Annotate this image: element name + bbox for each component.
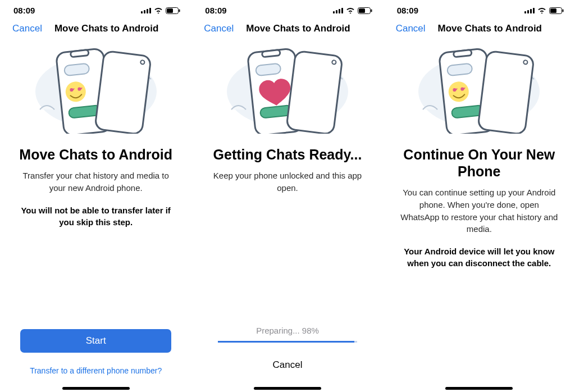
progress-label: Preparing... 98% [214,326,360,335]
svg-rect-31 [524,11,526,13]
cellular-icon [524,7,535,13]
svg-rect-34 [533,8,535,13]
svg-rect-19 [339,9,340,13]
svg-rect-17 [333,11,335,13]
phones-illustration [384,47,575,134]
nav-bar: Cancel Move Chats to Android [191,17,383,35]
cellular-icon [333,7,343,13]
bottom-actions: Start Transfer to a different phone numb… [0,329,191,392]
phones-illustration [191,47,383,134]
headline-block: Move Chats to Android Transfer your chat… [0,146,191,228]
cancel-button[interactable]: Cancel [273,359,303,371]
svg-rect-6 [179,9,180,12]
status-time: 08:09 [397,6,418,15]
page-subtitle: Transfer your chat history and media to … [16,170,176,194]
svg-rect-1 [144,10,145,13]
page-title: Continue On Your New Phone [399,146,559,180]
screen-move-chats: 08:09 Cancel Move Chats to Android [0,0,191,392]
svg-rect-33 [530,9,532,13]
svg-rect-32 [527,10,529,13]
different-number-link[interactable]: Transfer to a different phone number? [20,366,171,375]
phones-illustration [0,47,191,134]
start-button[interactable]: Start [20,329,171,353]
svg-rect-36 [550,8,556,13]
page-title: Move Chats to Android [16,146,176,163]
status-bar: 08:09 [384,0,575,17]
cancel-link-top[interactable]: Cancel [204,23,234,34]
battery-icon [358,7,372,14]
svg-rect-22 [359,8,365,13]
home-indicator [254,387,321,390]
nav-bar: Cancel Move Chats to Android [384,17,575,35]
home-indicator [62,387,130,390]
status-time: 08:09 [13,6,35,15]
svg-rect-23 [371,9,372,12]
status-right [333,7,372,14]
headline-block: Getting Chats Ready... Keep your phone u… [191,146,383,194]
wifi-icon [537,7,546,13]
svg-rect-0 [141,11,143,13]
cancel-link-top[interactable]: Cancel [12,23,42,34]
nav-title: Move Chats to Android [438,23,542,34]
svg-rect-10 [64,63,90,76]
svg-rect-15 [94,51,150,134]
svg-rect-37 [562,9,563,12]
battery-icon [166,7,180,14]
page-subtitle: Keep your phone unlocked and this app op… [207,170,367,194]
cancel-link-top[interactable]: Cancel [396,23,426,34]
progress-bar [218,341,357,343]
nav-title: Move Chats to Android [54,23,158,34]
screen-continue: 08:09 Cancel Move Chats to Android [384,0,575,392]
svg-rect-26 [262,50,280,57]
battery-icon [549,7,564,14]
info-bold: Your Android device will let you know wh… [399,245,559,269]
screen-getting-ready: 08:09 Cancel Move Chats to Android [191,0,383,392]
svg-rect-18 [336,10,337,13]
svg-rect-29 [286,51,343,134]
page-subtitle: You can continue setting up your Android… [399,186,559,235]
progress-section: Preparing... 98% Cancel [191,326,383,377]
status-right [141,7,180,14]
status-right [524,7,564,14]
nav-title: Move Chats to Android [246,23,350,34]
home-indicator [445,387,513,390]
nav-bar: Cancel Move Chats to Android [0,17,191,35]
wifi-icon [346,7,355,13]
svg-rect-5 [167,8,173,13]
status-bar: 08:09 [0,0,191,17]
warning-text: You will not be able to transfer later i… [16,204,176,228]
svg-rect-46 [478,51,534,134]
cellular-icon [141,7,151,13]
wifi-icon [154,7,163,13]
svg-rect-9 [70,50,89,57]
status-time: 08:09 [205,6,226,15]
svg-rect-3 [149,8,151,13]
svg-rect-2 [147,9,148,13]
status-bar: 08:09 [191,0,383,17]
svg-rect-20 [341,8,343,13]
svg-rect-27 [255,63,281,76]
page-title: Getting Chats Ready... [207,146,367,163]
svg-rect-40 [454,50,472,57]
headline-block: Continue On Your New Phone You can conti… [384,146,575,269]
svg-rect-41 [447,63,473,76]
